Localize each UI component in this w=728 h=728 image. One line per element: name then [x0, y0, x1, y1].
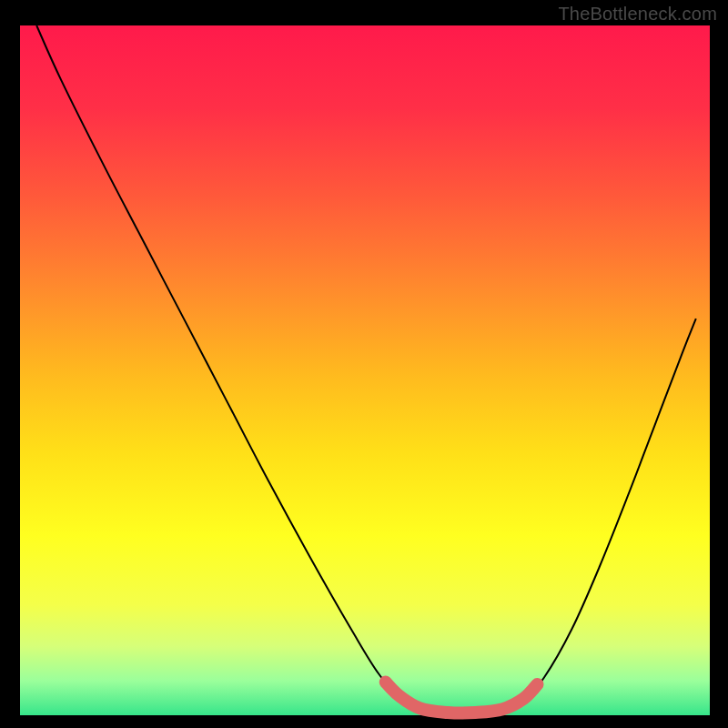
chart-stage: TheBottleneck.com [0, 0, 728, 728]
plot-background [20, 25, 710, 715]
bottleneck-chart [0, 0, 728, 728]
watermark-text: TheBottleneck.com [558, 4, 717, 25]
